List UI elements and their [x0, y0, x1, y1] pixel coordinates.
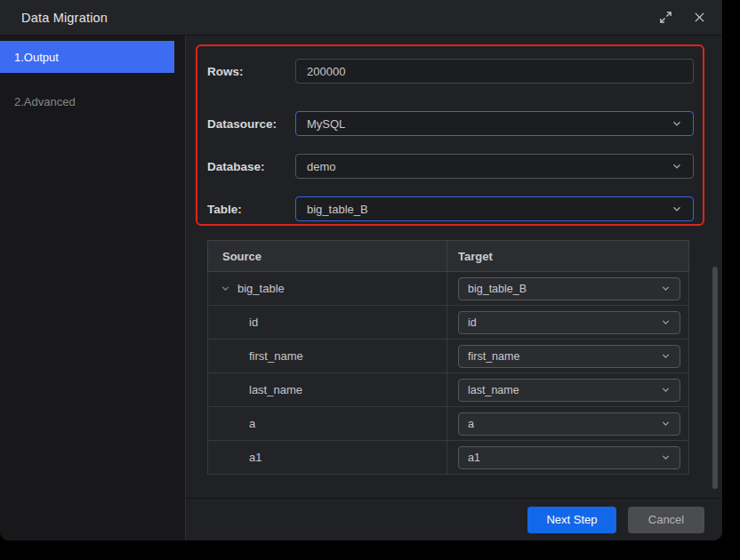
database-select[interactable]: demo [295, 154, 694, 179]
datasource-field-row: Datasource: MySQL [186, 111, 722, 136]
screen: Data Migration 1.Output 2.Advanced [0, 0, 740, 560]
target-cell: last_name [447, 373, 688, 406]
expand-icon[interactable] [658, 11, 672, 25]
source-cell-big-table[interactable]: big_table [208, 272, 447, 305]
steps-sidebar: 1.Output 2.Advanced [0, 36, 186, 540]
data-migration-dialog: Data Migration 1.Output 2.Advanced [0, 0, 722, 540]
chevron-down-icon [661, 351, 671, 361]
datasource-select[interactable]: MySQL [295, 111, 694, 136]
target-cell: a [447, 407, 688, 440]
table-row: a a [207, 407, 689, 441]
datasource-value: MySQL [307, 117, 345, 131]
source-name: a [249, 417, 255, 430]
table-select[interactable]: big_table_B [295, 196, 694, 221]
next-step-button[interactable]: Next Step [527, 507, 616, 533]
target-select-a[interactable]: a [458, 412, 680, 436]
datasource-label: Datasource: [207, 117, 295, 131]
column-mapping-table: Source Target big_table [207, 240, 689, 475]
table-label: Table: [207, 203, 295, 216]
database-field-row: Database: demo [186, 154, 722, 179]
table-row: last_name last_name [207, 373, 689, 407]
rows-input[interactable] [295, 59, 694, 84]
chevron-down-icon [221, 284, 230, 293]
chevron-down-icon [661, 419, 671, 428]
target-value: first_name [468, 350, 519, 363]
table-value: big_table_B [307, 203, 368, 216]
target-value: last_name [468, 384, 519, 396]
target-cell: big_table_B [447, 272, 688, 305]
source-name: last_name [249, 383, 302, 396]
mapping-table-header: Source Target [207, 240, 689, 272]
target-select-first-name[interactable]: first_name [458, 345, 680, 368]
target-cell: a1 [447, 441, 688, 474]
target-value: big_table_B [468, 283, 527, 295]
source-name: big_table [237, 282, 285, 295]
table-row: first_name first_name [207, 340, 689, 373]
target-select-id[interactable]: id [458, 311, 680, 334]
target-select-a1[interactable]: a1 [458, 446, 680, 469]
target-select-last-name[interactable]: last_name [458, 379, 680, 402]
output-panel: Rows: Datasource: MySQL Databa [186, 36, 722, 540]
target-select-big-table[interactable]: big_table_B [458, 277, 680, 300]
source-name: a1 [249, 451, 261, 464]
chevron-down-icon [672, 118, 682, 129]
chevron-down-icon [661, 317, 671, 327]
source-name: first_name [249, 349, 303, 363]
table-field-row: Table: big_table_B [186, 196, 722, 221]
table-row: id id [207, 306, 689, 340]
target-value: a1 [468, 452, 480, 464]
titlebar-actions [658, 11, 706, 25]
source-cell-first-name: first_name [208, 340, 447, 372]
source-cell-id: id [208, 306, 447, 339]
source-cell-a: a [208, 407, 447, 440]
database-label: Database: [207, 160, 295, 173]
rows-field-row: Rows: [186, 59, 722, 84]
dialog-titlebar: Data Migration [0, 0, 722, 36]
source-cell-a1: a1 [208, 441, 447, 474]
chevron-down-icon [661, 284, 671, 293]
close-icon[interactable] [692, 11, 706, 25]
output-form: Rows: Datasource: MySQL Databa [186, 36, 722, 498]
target-cell: first_name [447, 340, 688, 372]
sidebar-item-output[interactable]: 1.Output [0, 41, 174, 73]
dialog-footer: Next Step Cancel [186, 498, 722, 540]
dialog-body: 1.Output 2.Advanced Rows: Datasource: My… [0, 36, 722, 540]
chevron-down-icon [672, 161, 682, 172]
target-value: a [468, 418, 474, 430]
target-cell: id [447, 306, 688, 339]
table-row: big_table big_table_B [207, 272, 689, 306]
source-cell-last-name: last_name [208, 373, 447, 406]
chevron-down-icon [661, 385, 671, 395]
dialog-title: Data Migration [21, 11, 108, 25]
source-column-header: Source [208, 241, 447, 271]
sidebar-item-advanced[interactable]: 2.Advanced [0, 85, 174, 117]
table-row: a1 a1 [207, 441, 689, 475]
target-column-header: Target [447, 250, 688, 263]
target-value: id [468, 316, 477, 329]
chevron-down-icon [672, 204, 682, 214]
cancel-button[interactable]: Cancel [628, 507, 704, 533]
database-value: demo [307, 160, 336, 173]
source-name: id [249, 316, 258, 329]
content-scrollbar[interactable] [712, 267, 718, 489]
rows-label: Rows: [207, 65, 295, 78]
chevron-down-icon [661, 452, 671, 462]
